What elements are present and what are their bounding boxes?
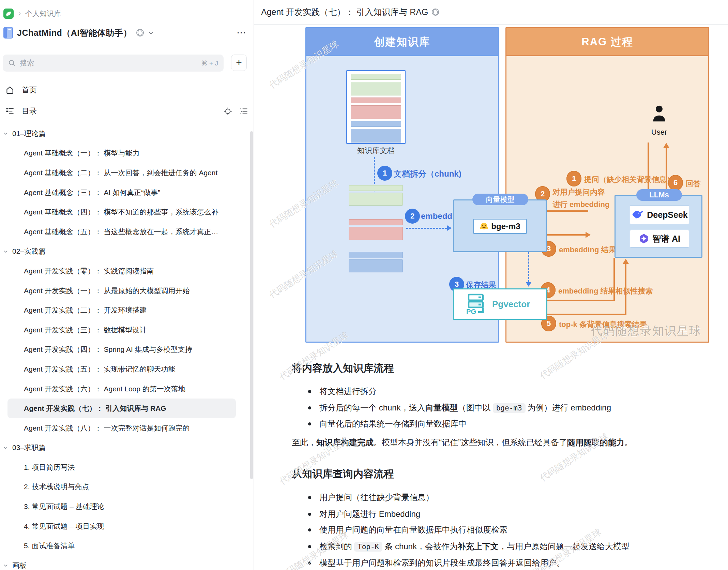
- sticker-icon: [136, 29, 144, 37]
- user-label: User: [644, 128, 674, 137]
- sidebar-doc-item[interactable]: Agent 开发实践（二）： 开发环境搭建: [0, 300, 254, 320]
- workspace-label: 个人知识库: [25, 9, 61, 18]
- model-name: bge-m3: [491, 222, 520, 231]
- sidebar-item-label: Agent 基础概念（五）： 当这些概念放在一起，系统才真正…: [24, 227, 218, 237]
- provider-name: 智谱 AI: [652, 233, 680, 244]
- sidebar-doc-item[interactable]: Agent 开发实践（八）： 一次完整对话是如何跑完的: [0, 418, 254, 438]
- text-run: 拆分后的每一个 chunk，送入: [319, 403, 425, 412]
- provider-card-zhipu: 智谱 AI: [630, 230, 689, 247]
- sidebar-item-label: Agent 基础概念（四）： 模型不知道的那些事，系统该怎么补: [24, 207, 218, 217]
- page-title: Agent 开发实践（七）： 引入知识库与 RAG: [261, 6, 428, 18]
- sidebar-doc-item[interactable]: Agent 开发实践（五）： 实现带记忆的聊天功能: [0, 359, 254, 379]
- sidebar-item-label: Agent 开发实践（七）： 引入知识库与 RAG: [24, 404, 166, 413]
- sidebar-doc-item[interactable]: Agent 开发实践（零）： 实践篇阅读指南: [0, 261, 254, 281]
- sidebar-item-label: Agent 开发实践（六）： Agent Loop 的第一次落地: [24, 384, 185, 394]
- vector-model-pill: 向量模型: [472, 194, 528, 205]
- sidebar-doc-item[interactable]: Agent 基础概念（三）： AI 如何真正“做事”: [0, 183, 254, 202]
- step-label-5: top-k 条背景信息搜索结果: [559, 319, 647, 330]
- sidebar-item-label: Agent 开发实践（一）： 从最原始的大模型调用开始: [24, 286, 190, 296]
- sidebar-doc-item[interactable]: 5. 面试准备清单: [0, 536, 254, 556]
- sidebar-doc-item[interactable]: Agent 基础概念（一）： 模型与能力: [0, 144, 254, 163]
- pgvector-label: Pgvector: [492, 299, 530, 310]
- workspace-breadcrumb[interactable]: 个人知识库: [3, 7, 247, 20]
- sidebar-item-label: 01–理论篇: [12, 129, 46, 138]
- app-window: 个人知识库 JChatMind（AI智能体助手） ⋯ 搜索 ⌘ + J: [0, 0, 728, 570]
- outline-icon[interactable]: [240, 107, 248, 116]
- bullet-dot: [308, 513, 311, 516]
- arrow-step5-v: [625, 264, 626, 314]
- svg-text:PG: PG: [466, 308, 476, 315]
- text-run: 用户提问（往往缺少背景信息）: [319, 493, 434, 502]
- text-run: 模型基于用户问题和检索到的知识片段生成最终回答并返回给用户。: [319, 558, 565, 567]
- doc-stripe: [351, 121, 401, 127]
- sidebar-item-label: Agent 开发实践（四）： Spring AI 集成与多模型支持: [24, 345, 192, 354]
- sidebar-item-label: Agent 开发实践（二）： 开发环境搭建: [24, 305, 147, 315]
- bold-text: 向量模型: [425, 403, 458, 412]
- pgvector-box: PG Pgvector: [453, 288, 547, 320]
- doc-stripe: [351, 82, 401, 95]
- sidebar-section[interactable]: 01–理论篇: [0, 124, 254, 144]
- sidebar-section[interactable]: 画板: [0, 556, 254, 570]
- hugging-face-icon: [480, 222, 488, 231]
- chunk-stripe: [349, 185, 403, 191]
- sidebar-item-label: 1. 项目简历写法: [24, 463, 75, 472]
- kb-document-box: [346, 70, 406, 144]
- sidebar-item-label: Agent 开发实践（三）： 数据模型设计: [24, 325, 147, 335]
- sidebar-item-label: Agent 基础概念（二）： 从一次回答，到会推进任务的 Agent: [24, 168, 217, 178]
- search-placeholder: 搜索: [20, 58, 197, 68]
- sidebar-item-label: Agent 开发实践（五）： 实现带记忆的聊天功能: [24, 364, 176, 374]
- pg-database-icon: PG: [466, 293, 485, 315]
- sidebar-doc-item[interactable]: Agent 基础概念（四）： 模型不知道的那些事，系统该怎么补: [0, 202, 254, 222]
- chevron-down-icon[interactable]: [148, 30, 154, 35]
- arrow-save-result: [528, 252, 529, 282]
- zhipu-icon: [639, 234, 649, 244]
- chunk-stripe: [349, 259, 403, 272]
- llms-box: [615, 195, 702, 258]
- more-button[interactable]: ⋯: [237, 29, 247, 36]
- arrow-step3: [542, 234, 586, 236]
- text-run: 为例）进行 embedding: [528, 403, 611, 412]
- text-run: 向量化后的结果统一存储到向量数据库中: [319, 419, 467, 428]
- search-input[interactable]: 搜索 ⌘ + J: [3, 55, 224, 72]
- chunk-stripe: [349, 227, 403, 240]
- text-run: 将文档进行拆分: [319, 387, 377, 396]
- sidebar-doc-item[interactable]: Agent 开发实践（七）： 引入知识库与 RAG: [7, 399, 236, 418]
- bullet-dot: [308, 422, 311, 425]
- sidebar-doc-item[interactable]: Agent 开发实践（一）： 从最原始的大模型调用开始: [0, 281, 254, 301]
- sidebar-item-toc[interactable]: 目录: [0, 102, 254, 120]
- document-canvas: 创建知识库 知识库文档 1 文档拆分（chunk): [254, 25, 728, 570]
- main-area: Agent 开发实践（七）： 引入知识库与 RAG 创建知识库 知识库文档: [254, 0, 728, 570]
- bullet-dot: [308, 545, 311, 548]
- sticker-icon: [431, 8, 439, 16]
- sidebar-doc-item[interactable]: 4. 常见面试题 – 项目实现: [0, 516, 254, 536]
- paragraph: 至此，知识库构建完成。模型本身并没有“记住”这些知识，但系统已经具备了随用随取的…: [292, 436, 633, 449]
- sidebar-section[interactable]: 03–求职篇: [0, 438, 254, 458]
- add-button[interactable]: +: [231, 55, 247, 71]
- locate-icon[interactable]: [224, 107, 232, 116]
- toc-icon: [5, 107, 14, 116]
- sidebar-doc-item[interactable]: Agent 开发实践（六）： Agent Loop 的第一次落地: [0, 379, 254, 399]
- sidebar-doc-item[interactable]: 3. 常见面试题 – 基础理论: [0, 497, 254, 516]
- sidebar-doc-item[interactable]: Agent 开发实践（三）： 数据模型设计: [0, 320, 254, 340]
- arrowhead: [586, 232, 591, 238]
- sidebar-section[interactable]: 02–实践篇: [0, 242, 254, 261]
- doc-stripe: [351, 97, 401, 103]
- notebook-icon: [3, 27, 13, 39]
- arrowhead: [526, 282, 531, 287]
- deepseek-whale-icon: [631, 210, 643, 219]
- list-item: 检索到的Top-K条 chunk，会被作为补充上下文，与用户原始问题一起发送给大…: [308, 540, 630, 554]
- sidebar-doc-item[interactable]: Agent 基础概念（五）： 当这些概念放在一起，系统才真正…: [0, 222, 254, 242]
- kb-title-row[interactable]: JChatMind（AI智能体助手） ⋯: [3, 25, 247, 40]
- sidebar-item-home[interactable]: 首页: [0, 81, 254, 99]
- sidebar-scrollbar[interactable]: [250, 131, 253, 479]
- divider: [0, 50, 254, 50]
- sidebar-doc-item[interactable]: Agent 基础概念（二）： 从一次回答，到会推进任务的 Agent: [0, 163, 254, 183]
- sidebar-item-label: 5. 面试准备清单: [24, 541, 75, 551]
- bge-m3-card: bge-m3: [473, 219, 527, 234]
- panel-title: RAG 过程: [506, 28, 708, 56]
- sidebar-doc-item[interactable]: 1. 项目简历写法: [0, 457, 254, 477]
- sidebar-doc-item[interactable]: Agent 开发实践（四）： Spring AI 集成与多模型支持: [0, 340, 254, 360]
- sidebar-doc-item[interactable]: 2. 技术栈说明与亮点: [0, 477, 254, 497]
- arrow-embedding: [406, 228, 447, 229]
- home-icon: [5, 86, 14, 94]
